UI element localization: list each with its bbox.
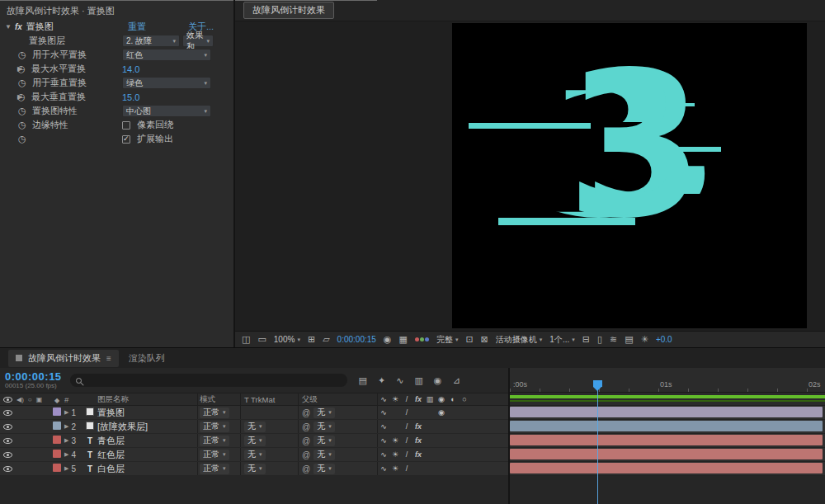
collapse-triangle-icon[interactable]: ▼ <box>5 23 12 31</box>
map-behavior-select[interactable]: 中心图▾ <box>122 105 211 117</box>
quality-header-icon[interactable]: / <box>401 395 412 403</box>
h-max-value[interactable]: 14.0 <box>122 64 139 74</box>
timeline-tab-active[interactable]: 故障风倒计时效果 ≡ <box>8 350 119 367</box>
snapshot-icon[interactable]: ◉ <box>384 334 392 345</box>
layer-label-chip[interactable] <box>53 436 61 444</box>
switch-motion-blur[interactable]: ◉ <box>436 408 447 417</box>
stopwatch-icon[interactable]: ◷ <box>18 134 32 144</box>
pixel-aspect-icon[interactable]: ▯ <box>597 334 602 345</box>
hide-shy-layers-icon[interactable]: ∿ <box>396 375 403 386</box>
motion-blur-header-icon[interactable]: ◉ <box>436 395 447 403</box>
switch-star[interactable]: ☀ <box>389 464 401 473</box>
switch-shy[interactable]: ∿ <box>378 422 389 431</box>
expander-icon[interactable]: ▶ <box>0 93 17 101</box>
viewer-tab[interactable]: 故障风倒计时效果 <box>243 2 334 19</box>
switch-quality[interactable]: / <box>401 408 412 417</box>
layer-name[interactable]: [故障效果层] <box>96 420 198 433</box>
render-queue-tab[interactable]: 渲染队列 <box>129 352 165 365</box>
adjust-exposure-icon[interactable]: ✳ <box>641 334 648 345</box>
frame-blending-icon[interactable]: ▥ <box>414 375 422 386</box>
layer-expander[interactable]: ▶ <box>64 409 68 416</box>
threed-header-icon[interactable]: ○ <box>459 395 470 403</box>
show-channel-icon[interactable] <box>415 337 429 341</box>
mask-visibility-icon[interactable]: ▱ <box>323 334 329 345</box>
h-displacement-channel-select[interactable]: 红色▾ <box>122 49 211 61</box>
wrap-pixels-checkbox[interactable] <box>122 121 130 130</box>
audio-column-icon[interactable]: ◀) <box>16 396 24 403</box>
label-column-icon[interactable]: ◆ <box>54 397 59 404</box>
layer-mode-select[interactable]: 正常▾ <box>200 436 229 446</box>
layer-duration-bar[interactable] <box>510 463 823 473</box>
layer-parent-select[interactable]: 无▾ <box>314 436 335 446</box>
layer-duration-bar[interactable] <box>510 407 823 417</box>
layer-row[interactable]: ▶1置换图正常▾@无▾∿/◉ <box>0 406 508 420</box>
layer-visibility-toggle[interactable] <box>3 466 12 472</box>
layer-expander[interactable]: ▶ <box>64 465 68 472</box>
layer-name[interactable]: 红色层 <box>96 448 198 461</box>
switch-fx[interactable]: fx <box>412 450 424 459</box>
parent-pickwhip-icon[interactable]: @ <box>302 450 310 459</box>
layer-visibility-toggle[interactable] <box>3 424 12 430</box>
v-displacement-channel-select[interactable]: 绿色▾ <box>122 77 211 89</box>
view-layout-icon[interactable]: ⊟ <box>582 334 590 345</box>
layer-parent-select[interactable]: 无▾ <box>314 422 335 432</box>
layer-row[interactable]: ▶3T青色层正常▾无▾@无▾∿☀/fx <box>0 434 508 448</box>
always-preview-icon[interactable]: ◫ <box>242 334 250 345</box>
layer-row[interactable]: ▶5T白色层正常▾无▾@无▾∿☀/ <box>0 462 508 476</box>
switch-shy[interactable]: ∿ <box>378 436 389 445</box>
switch-quality[interactable]: / <box>401 422 412 431</box>
region-of-interest-icon[interactable]: ⊡ <box>465 334 473 345</box>
viewer-stage[interactable]: 3 3 3 3 <box>235 21 825 331</box>
main-viewer-icon[interactable]: ▭ <box>257 334 266 345</box>
layer-parent-select[interactable]: 无▾ <box>314 450 335 460</box>
parent-pickwhip-icon[interactable]: @ <box>302 464 310 473</box>
map-source-select[interactable]: 效果和▾ <box>182 35 214 47</box>
switch-shy[interactable]: ∿ <box>378 408 389 417</box>
switch-fx[interactable]: fx <box>412 422 424 431</box>
graph-editor-icon[interactable]: ⊿ <box>452 375 460 386</box>
layer-trkmat-select[interactable]: 无▾ <box>244 450 266 460</box>
panel-menu-icon[interactable]: ≡ <box>106 354 111 363</box>
playhead-line[interactable] <box>597 389 598 504</box>
parent-pickwhip-icon[interactable]: @ <box>302 408 310 417</box>
shy-header-icon[interactable]: ∿ <box>378 395 389 403</box>
resolution-select[interactable]: 完整▾ <box>436 334 459 346</box>
layer-visibility-toggle[interactable] <box>3 452 12 458</box>
comp-mini-flowchart-icon[interactable]: ▤ <box>359 375 367 386</box>
expand-output-checkbox[interactable] <box>122 135 130 144</box>
view-count-select[interactable]: 1个...▾ <box>549 334 574 346</box>
reset-button[interactable]: 重置 <box>128 21 146 33</box>
expander-icon[interactable]: ▶ <box>0 65 17 73</box>
effects-header-icon[interactable]: fx <box>412 395 424 403</box>
lock-column-icon[interactable]: ▣ <box>36 396 43 403</box>
timeline-link-icon[interactable]: ▤ <box>625 334 633 345</box>
layer-expander[interactable]: ▶ <box>64 451 68 458</box>
layer-duration-bar[interactable] <box>510 449 823 459</box>
layer-visibility-toggle[interactable] <box>3 410 12 416</box>
fx-badge-icon[interactable]: fx <box>15 22 22 31</box>
trkmat-column-header[interactable]: T TrkMat <box>241 393 299 405</box>
layer-expander[interactable]: ▶ <box>64 437 68 444</box>
time-ruler[interactable]: :00s01s02s <box>510 368 825 393</box>
switch-quality[interactable]: / <box>401 450 412 459</box>
search-input[interactable] <box>86 376 342 385</box>
layer-mode-select[interactable]: 正常▾ <box>200 464 229 474</box>
switch-quality[interactable]: / <box>401 464 412 473</box>
composition-canvas[interactable]: 3 3 3 3 <box>452 23 807 328</box>
switch-shy[interactable]: ∿ <box>378 450 389 459</box>
layer-row[interactable]: ▶2[故障效果层]正常▾无▾@无▾∿/fx <box>0 420 508 434</box>
adjustment-header-icon[interactable]: ◐ <box>447 395 459 403</box>
switch-star[interactable]: ☀ <box>389 436 401 445</box>
layer-visibility-toggle[interactable] <box>3 438 12 444</box>
draft-3d-icon[interactable]: ✦ <box>378 375 385 386</box>
switch-quality[interactable]: / <box>401 436 412 445</box>
layer-parent-select[interactable]: 无▾ <box>314 407 335 418</box>
layer-trkmat-select[interactable]: 无▾ <box>244 464 266 474</box>
layer-parent-select[interactable]: 无▾ <box>314 464 335 474</box>
map-layer-select[interactable]: 2. 故障▾ <box>122 35 180 47</box>
show-snapshot-icon[interactable]: ▦ <box>398 334 407 345</box>
layer-mode-select[interactable]: 正常▾ <box>200 407 229 418</box>
parent-column-header[interactable]: 父级 <box>299 393 378 405</box>
switch-fx[interactable]: fx <box>412 436 424 445</box>
layer-name[interactable]: 白色层 <box>96 462 198 475</box>
